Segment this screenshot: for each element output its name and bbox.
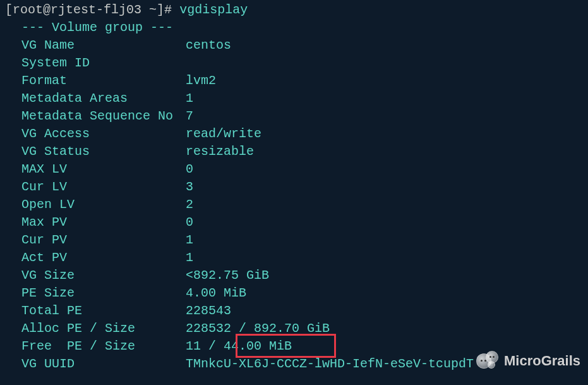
- field-value: resizable: [186, 143, 254, 161]
- field-label: PE Size: [21, 284, 186, 302]
- prompt-close-bracket: ]: [157, 3, 164, 17]
- field-value: 1: [186, 231, 193, 249]
- output-row: Metadata Areas1: [5, 90, 583, 107]
- field-label: VG UUID: [21, 355, 186, 373]
- field-label: Metadata Areas: [21, 90, 186, 107]
- field-value: 0: [186, 214, 193, 231]
- field-value: 228532 / 892.70 GiB: [186, 320, 330, 338]
- output-row: Cur PV1: [5, 231, 583, 249]
- field-value: TMnkcU-XL6J-CCCZ-lwHD-IefN-eSeV-tcupdT: [186, 355, 474, 373]
- terminal-output: [root@rjtest-flj03 ~]# vgdisplay --- Vol…: [0, 0, 588, 374]
- prompt-host: rjtest-flj03: [51, 3, 141, 17]
- prompt-line: [root@rjtest-flj03 ~]# vgdisplay: [5, 1, 583, 19]
- output-row: Act PV1: [5, 249, 583, 267]
- field-value: <892.75 GiB: [186, 267, 269, 284]
- vg-header: --- Volume group ---: [5, 19, 583, 37]
- prompt-path: ~: [141, 3, 157, 17]
- field-value: 2: [186, 196, 193, 214]
- field-label: Alloc PE / Size: [21, 320, 186, 338]
- field-label: MAX LV: [21, 161, 186, 178]
- output-row: MAX LV0: [5, 161, 583, 178]
- prompt-user: root: [13, 3, 43, 17]
- output-row: System ID: [5, 54, 583, 72]
- field-value: lvm2: [186, 72, 216, 90]
- output-row: Formatlvm2: [5, 72, 583, 90]
- field-label: VG Access: [21, 125, 186, 143]
- output-row: Alloc PE / Size228532 / 892.70 GiB: [5, 320, 583, 338]
- field-value: 3: [186, 178, 193, 196]
- field-label: Total PE: [21, 302, 186, 320]
- prompt-symbol: #: [164, 3, 179, 17]
- field-label: VG Status: [21, 143, 186, 161]
- field-label: Cur PV: [21, 231, 186, 249]
- field-label: System ID: [21, 54, 186, 72]
- output-row: VG Accessread/write: [5, 125, 583, 143]
- field-label: Free PE / Size: [21, 338, 186, 355]
- command-text: vgdisplay: [179, 3, 248, 17]
- field-value: 11 / 44.00 MiB: [186, 338, 292, 355]
- field-label: VG Size: [21, 267, 186, 284]
- watermark: MicroGrails: [476, 351, 580, 371]
- output-row: PE Size4.00 MiB: [5, 284, 583, 302]
- output-row: Total PE228543: [5, 302, 583, 320]
- field-value: 4.00 MiB: [186, 284, 246, 302]
- field-label: Act PV: [21, 249, 186, 267]
- field-value: read/write: [186, 125, 261, 143]
- field-label: Open LV: [21, 196, 186, 214]
- output-row: Open LV2: [5, 196, 583, 214]
- field-value: 228543: [186, 302, 231, 320]
- field-label: Metadata Sequence No: [21, 107, 186, 125]
- output-row: VG Namecentos: [5, 37, 583, 54]
- field-label: Max PV: [21, 214, 186, 231]
- field-label: Cur LV: [21, 178, 186, 196]
- field-value: 7: [186, 107, 193, 125]
- watermark-text: MicroGrails: [504, 351, 580, 371]
- output-row: VG Statusresizable: [5, 143, 583, 161]
- prompt-at: @: [43, 3, 51, 17]
- output-row: VG Size<892.75 GiB: [5, 267, 583, 284]
- field-value: centos: [186, 37, 231, 54]
- prompt-open-bracket: [: [5, 3, 13, 17]
- wechat-icon: [476, 351, 501, 371]
- field-label: VG Name: [21, 37, 186, 54]
- output-row: Max PV0: [5, 214, 583, 231]
- field-value: 1: [186, 249, 193, 267]
- field-label: Format: [21, 72, 186, 90]
- output-row: Metadata Sequence No7: [5, 107, 583, 125]
- output-row: Cur LV3: [5, 178, 583, 196]
- field-value: 0: [186, 161, 193, 178]
- field-value: 1: [186, 90, 193, 107]
